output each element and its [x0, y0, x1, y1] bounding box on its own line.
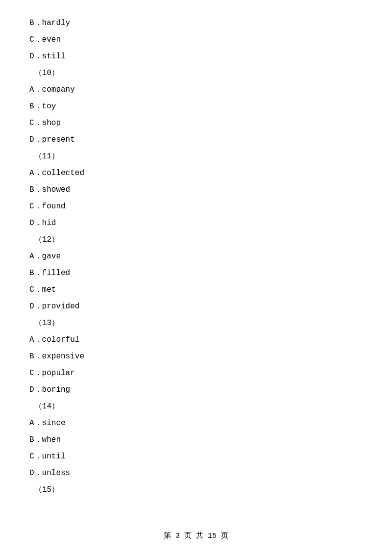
option-line-9: A．collected — [29, 165, 363, 181]
option-line-22: D．boring — [29, 381, 363, 398]
option-line-16: C．met — [29, 281, 363, 298]
main-content: B．hardlyC．evenD．still（10）A．companyB．toyC… — [0, 0, 392, 528]
question-number-11: （11） — [34, 148, 363, 165]
option-line-27: D．unless — [29, 465, 363, 481]
question-number-13: （13） — [34, 315, 363, 331]
option-line-10: B．showed — [29, 181, 363, 198]
option-line-26: C．until — [29, 448, 363, 465]
option-line-17: D．provided — [29, 298, 363, 315]
option-line-0: B．hardly — [29, 15, 363, 31]
option-line-5: B．toy — [29, 98, 363, 115]
option-line-7: D．present — [29, 131, 363, 148]
option-line-1: C．even — [29, 31, 363, 48]
option-line-6: C．shop — [29, 115, 363, 131]
question-number-12: （12） — [34, 231, 363, 248]
option-line-2: D．still — [29, 48, 363, 65]
option-line-20: B．expensive — [29, 348, 363, 365]
question-number-10: （10） — [34, 65, 363, 81]
option-line-19: A．colorful — [29, 331, 363, 348]
option-line-21: C．popular — [29, 365, 363, 381]
option-line-25: B．when — [29, 431, 363, 448]
question-number-14: （14） — [34, 398, 363, 415]
option-line-14: A．gave — [29, 248, 363, 265]
option-line-15: B．filled — [29, 265, 363, 281]
option-line-12: D．hid — [29, 215, 363, 231]
question-number-15: （15） — [34, 481, 363, 498]
option-line-4: A．company — [29, 81, 363, 98]
option-line-24: A．since — [29, 415, 363, 431]
page-footer: 第 3 页 共 15 页 — [0, 531, 392, 540]
option-line-11: C．found — [29, 198, 363, 215]
